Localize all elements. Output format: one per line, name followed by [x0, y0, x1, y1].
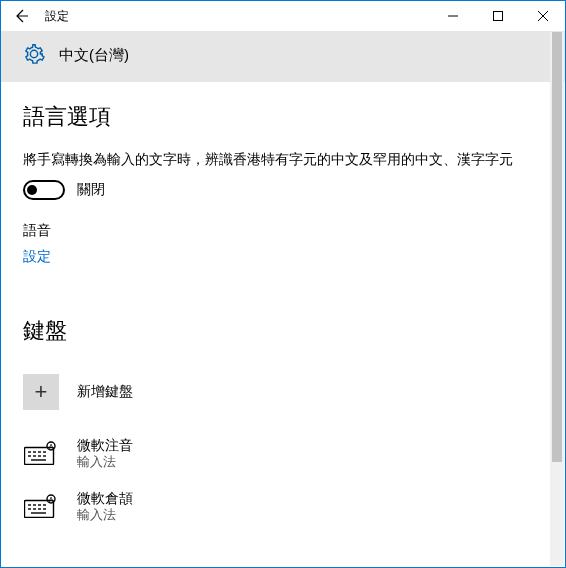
- close-icon: [538, 11, 548, 21]
- add-keyboard-label: 新增鍵盤: [77, 383, 133, 401]
- handwriting-description: 將手寫轉換為輸入的文字時，辨識香港特有字元的中文及罕用的中文、漢字字元: [23, 150, 543, 170]
- language-name: 中文(台灣): [59, 46, 129, 65]
- window-controls: [430, 1, 565, 31]
- toggle-knob-icon: [27, 185, 37, 195]
- svg-text:A: A: [49, 496, 54, 503]
- keyboard-name: 微軟注音: [77, 436, 133, 454]
- keyboard-name: 微軟倉頡: [77, 489, 133, 507]
- language-options-heading: 語言選項: [23, 102, 543, 132]
- keyboard-sub: 輸入法: [77, 507, 133, 524]
- svg-rect-1: [493, 12, 502, 21]
- handwriting-toggle[interactable]: [23, 180, 65, 200]
- maximize-button[interactable]: [475, 1, 520, 31]
- minimize-button[interactable]: [430, 1, 475, 31]
- minimize-icon: [448, 11, 458, 21]
- content-area: 語言選項 將手寫轉換為輸入的文字時，辨識香港特有字元的中文及罕用的中文、漢字字元…: [1, 82, 565, 552]
- close-button[interactable]: [520, 1, 565, 31]
- plus-icon: +: [23, 374, 59, 410]
- keyboard-item[interactable]: A 微軟注音 輸入法: [23, 436, 543, 471]
- maximize-icon: [493, 11, 503, 21]
- keyboards-heading: 鍵盤: [23, 316, 543, 346]
- speech-label: 語音: [23, 222, 543, 240]
- toggle-state-label: 關閉: [77, 181, 105, 199]
- svg-text:A: A: [49, 443, 54, 450]
- page-header: 中文(台灣): [1, 31, 565, 82]
- keyboard-item-text: 微軟倉頡 輸入法: [77, 489, 133, 524]
- add-keyboard-button[interactable]: + 新增鍵盤: [23, 374, 543, 410]
- gear-icon: [23, 43, 45, 68]
- keyboard-icon: A: [23, 439, 59, 467]
- keyboard-icon: A: [23, 492, 59, 520]
- keyboard-item[interactable]: A 微軟倉頡 輸入法: [23, 489, 543, 524]
- arrow-left-icon: [13, 8, 29, 24]
- title-bar: 設定: [1, 1, 565, 31]
- keyboard-sub: 輸入法: [77, 454, 133, 471]
- scrollbar[interactable]: [550, 32, 564, 566]
- keyboard-item-text: 微軟注音 輸入法: [77, 436, 133, 471]
- window-title: 設定: [41, 8, 430, 25]
- scrollbar-thumb[interactable]: [552, 32, 562, 462]
- handwriting-toggle-row: 關閉: [23, 180, 543, 200]
- speech-settings-link[interactable]: 設定: [23, 248, 51, 266]
- back-button[interactable]: [1, 1, 41, 31]
